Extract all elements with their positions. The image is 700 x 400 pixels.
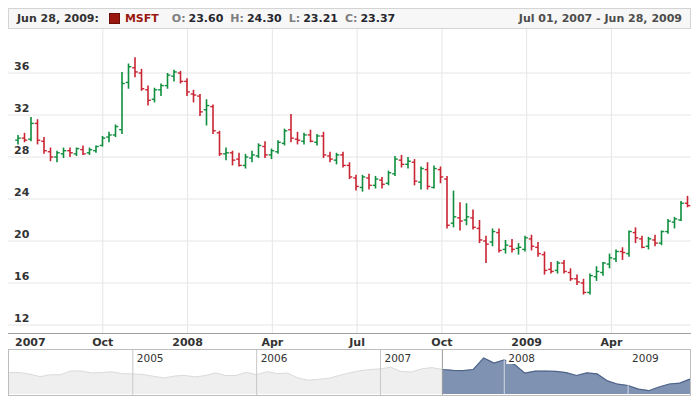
x-axis-label: 2009 [511,336,542,349]
y-axis-label: 20 [14,228,30,241]
ohlc-bar [386,171,392,186]
ohlc-bar [217,131,223,156]
ohlc-bar [659,231,665,246]
ohlc-bar [171,70,177,82]
ohlc-bar [652,235,658,247]
ohlc-bar [503,240,509,254]
ohlc-bar [542,252,548,275]
stock-chart-widget: Jun 28, 2009: MSFT O: 23.60 H: 24.30 L: … [8,8,691,396]
ohlc-bar [366,174,372,190]
ohlc-bar [145,86,151,106]
open-value: 23.60 [189,12,224,25]
ohlc-bar [139,69,145,91]
ohlc-bar [236,153,242,167]
ohlc-bar [444,176,450,229]
ohlc-bar [54,151,60,163]
ohlc-bar [295,132,301,145]
ohlc-bar [35,119,41,144]
ohlc-bar [477,220,483,243]
ohlc-bar [373,176,379,189]
ohlc-bar [451,191,457,228]
ohlc-bar [548,262,554,274]
ohlc-bar [470,210,476,230]
ohlc-bar [340,152,346,168]
ohlc-bar [184,78,190,96]
navigator-mask [9,350,442,395]
ohlc-bar [620,247,626,260]
ohlc-bar [535,242,541,257]
current-date-label: Jun 28, 2009: [17,12,99,25]
x-axis-label: Jul [348,336,365,349]
y-axis-label: 28 [14,144,29,157]
ohlc-bar [464,203,470,225]
ohlc-bar [600,262,606,276]
ohlc-bar [256,143,262,158]
ohlc-bar [288,114,294,142]
ohlc-bar [425,162,431,189]
ohlc-bar [262,141,268,158]
x-axis-label: Oct [92,336,113,349]
ohlc-bar [210,105,216,134]
ohlc-bar [113,124,119,137]
ohlc-bar [516,243,522,255]
ohlc-bar [275,140,281,154]
ohlc-bar [665,219,671,234]
ohlc-bar [119,72,125,134]
high-label: H: [230,12,244,25]
ohlc-bar [392,156,398,176]
ohlc-bar [321,132,327,158]
ohlc-bar [561,260,567,274]
ohlc-bar [282,129,288,146]
ohlc-bar [360,175,366,192]
ohlc-bar [197,94,203,116]
ohlc-bar [61,148,67,159]
ohlc-bar [87,148,93,155]
y-axis-label: 16 [14,270,30,283]
ohlc-bar [646,237,652,250]
ohlc-bar [438,166,444,183]
ohlc-bar [639,236,645,249]
ohlc-bar [334,153,340,165]
high-value: 24.30 [247,12,282,25]
close-value: 23.37 [360,12,395,25]
low-label: L: [289,12,300,25]
ohlc-bar [158,84,164,97]
ohlc-bar [418,166,424,189]
ohlc-bar [308,130,314,143]
ohlc-bar [243,154,249,169]
navigator-year-label: 2005 [137,352,164,364]
ohlc-bar [457,202,463,230]
navigator-year-label: 2007 [384,352,411,364]
symbol-label[interactable]: MSFT [125,12,159,25]
ohlc-bar [626,231,632,257]
x-axis-label: 2007 [15,336,46,349]
ohlc-bar [100,136,106,147]
navigator-year-label: 2009 [632,352,659,364]
ohlc-bar [165,73,171,89]
ohlc-bar [191,90,197,103]
ohlc-bar [594,266,600,281]
navigator-year-label: 2008 [508,352,535,364]
range-navigator[interactable]: 20052006200720082009 [8,349,691,396]
open-label: O: [172,12,186,25]
ohlc-bar [581,279,587,295]
y-axis-label: 12 [14,312,29,325]
ohlc-bar [93,145,99,152]
y-axis-label: 24 [14,186,30,199]
series-legend-icon [109,13,120,24]
price-chart-svg[interactable]: 363228242016122007Oct2008AprJulOct2009Ap… [8,29,691,349]
y-axis-label: 32 [14,102,29,115]
ohlc-bar [412,159,418,185]
x-axis-label: 2008 [172,336,203,349]
ohlc-bar [347,162,353,179]
ohlc-bar [678,201,684,221]
ohlc-bar [490,228,496,246]
ohlc-bar [379,177,385,189]
ohlc-bar [230,151,236,166]
navigator-svg[interactable]: 20052006200720082009 [9,350,690,395]
ohlc-bar [269,149,275,160]
ohlc-bar [496,228,502,252]
ohlc-bar [314,134,320,146]
price-plot-area[interactable]: 363228242016122007Oct2008AprJulOct2009Ap… [8,29,691,349]
ohlc-bar [568,268,574,281]
